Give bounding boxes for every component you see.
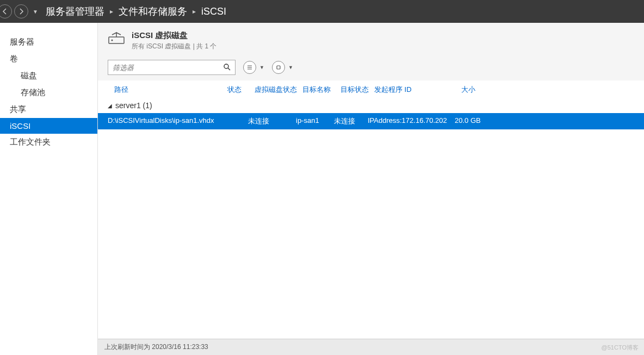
column-header-target[interactable]: 目标名称 xyxy=(302,85,340,95)
refresh-button[interactable] xyxy=(272,61,285,74)
column-header-size[interactable]: 大小 xyxy=(461,85,494,95)
group-label: server1 (1) xyxy=(115,101,152,110)
cell-path: D:\iSCSIVirtualDisks\ip-san1.vhdx xyxy=(101,116,221,126)
forward-button[interactable] xyxy=(14,4,28,18)
cell-target-status: 未连接 xyxy=(334,116,368,126)
cell-initiator: IPAddress:172.16.70.202 xyxy=(368,116,455,126)
nav-dropdown-icon[interactable]: ▼ xyxy=(33,9,38,15)
svg-rect-7 xyxy=(277,66,280,69)
sidebar-item-shares[interactable]: 共享 xyxy=(0,101,97,118)
group-row[interactable]: ◢ server1 (1) xyxy=(98,98,644,113)
filter-input[interactable] xyxy=(113,64,223,72)
disk-icon xyxy=(108,32,125,43)
sidebar-item-work-folders[interactable]: 工作文件夹 xyxy=(0,134,97,151)
column-header-initiator[interactable]: 发起程序 ID xyxy=(374,85,461,95)
chevron-right-icon: ▸ xyxy=(193,8,196,15)
back-button[interactable] xyxy=(0,4,12,18)
list-view-button[interactable] xyxy=(243,61,256,74)
breadcrumb: 服务器管理器 ▸ 文件和存储服务 ▸ iSCSI xyxy=(46,5,226,18)
filter-box[interactable] xyxy=(108,60,236,75)
sidebar-item-disks[interactable]: 磁盘 xyxy=(0,67,97,84)
toolbar: ▼ ▼ xyxy=(98,54,644,80)
section-header: iSCSI 虚拟磁盘 所有 iSCSI 虚拟磁盘 | 共 1 个 xyxy=(98,27,644,54)
watermark: @51CTO博客 xyxy=(602,344,639,352)
chevron-down-icon[interactable]: ▼ xyxy=(288,65,293,70)
column-header-target-status[interactable]: 目标状态 xyxy=(340,85,374,95)
column-header-status[interactable]: 状态 xyxy=(227,85,255,95)
main-panel: iSCSI 虚拟磁盘 所有 iSCSI 虚拟磁盘 | 共 1 个 ▼ ▼ 路 xyxy=(98,23,644,355)
table-row[interactable]: D:\iSCSIVirtualDisks\ip-san1.vhdx 未连接 ip… xyxy=(98,113,644,129)
column-header-vdisk-status[interactable]: 虚拟磁盘状态 xyxy=(255,85,302,95)
svg-point-1 xyxy=(112,40,113,41)
cell-vdisk-status: 未连接 xyxy=(248,116,296,126)
grid-header: 路径 状态 虚拟磁盘状态 目标名称 目标状态 发起程序 ID 大小 xyxy=(98,80,644,98)
svg-line-3 xyxy=(228,68,230,70)
breadcrumb-item[interactable]: 文件和存储服务 xyxy=(119,5,187,18)
svg-point-2 xyxy=(224,64,228,68)
sidebar-item-volumes[interactable]: 卷 xyxy=(0,51,97,67)
column-header-path[interactable]: 路径 xyxy=(108,85,227,95)
svg-rect-0 xyxy=(109,37,124,43)
sidebar-item-servers[interactable]: 服务器 xyxy=(0,34,97,51)
section-subtitle: 所有 iSCSI 虚拟磁盘 | 共 1 个 xyxy=(132,42,216,51)
sidebar-item-iscsi[interactable]: iSCSI xyxy=(0,118,97,134)
cell-target: ip-san1 xyxy=(296,116,334,126)
cell-size: 20.0 GB xyxy=(455,116,487,126)
breadcrumb-item[interactable]: 服务器管理器 xyxy=(46,5,104,18)
data-grid: 路径 状态 虚拟磁盘状态 目标名称 目标状态 发起程序 ID 大小 ◢ serv… xyxy=(98,80,644,355)
sidebar-item-storage-pools[interactable]: 存储池 xyxy=(0,84,97,101)
collapse-icon: ◢ xyxy=(108,103,112,109)
sidebar: 服务器 卷 磁盘 存储池 共享 iSCSI 工作文件夹 xyxy=(0,23,98,355)
chevron-down-icon[interactable]: ▼ xyxy=(259,65,264,70)
breadcrumb-item[interactable]: iSCSI xyxy=(201,6,226,17)
cell-status xyxy=(221,116,248,126)
search-icon[interactable] xyxy=(223,63,231,72)
content-area: 服务器 卷 磁盘 存储池 共享 iSCSI 工作文件夹 iSCSI 虚拟磁盘 所… xyxy=(0,23,644,355)
status-bar: 上次刷新时间为 2020/3/16 11:23:33 xyxy=(98,339,644,355)
titlebar: ▼ 服务器管理器 ▸ 文件和存储服务 ▸ iSCSI xyxy=(0,0,644,23)
nav-buttons xyxy=(0,4,28,18)
section-title: iSCSI 虚拟磁盘 xyxy=(132,30,216,41)
chevron-right-icon: ▸ xyxy=(110,8,113,15)
